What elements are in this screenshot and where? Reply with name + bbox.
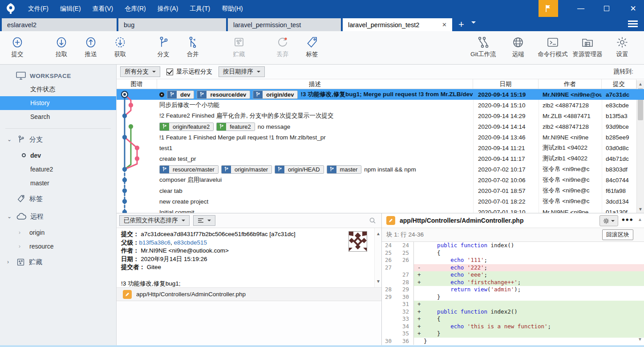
main-toolbar: 提交拉取推送获取分支合并贮藏丢弃标签 Git工作流远端命令行模式资源管理器设置	[0, 31, 644, 65]
feedback-flag-button[interactable]	[539, 0, 558, 17]
repo-tab-1[interactable]: bug	[118, 18, 226, 31]
menu-item-2[interactable]: 查看(V)	[87, 5, 119, 12]
commit-row[interactable]: origin/feature2feature2no message2020-09…	[117, 121, 644, 132]
commit-row[interactable]: resource/masterorigin/masterorigin/HEADm…	[117, 164, 644, 175]
scroll-up-icon[interactable]: ▲	[637, 82, 644, 86]
commit-hash-cell: 03d0d8c	[602, 143, 636, 153]
commit-row[interactable]: composer 启用laravelui2020-07-02 10:06张令帛 …	[117, 175, 644, 185]
commit-row[interactable]: 同步后修改一个小功能2020-09-14 15:10zlb2 <48874712…	[117, 100, 644, 110]
toolbar-merge-button[interactable]: 合并	[178, 31, 207, 64]
sidebar-item-文件状态[interactable]: 文件状态	[0, 82, 116, 96]
sidebar-origin[interactable]: ›origin	[0, 225, 116, 239]
menu-item-1[interactable]: 编辑(E)	[54, 5, 87, 12]
commit-row[interactable]: create test_pr2020-09-14 11:17测试zlb1 <94…	[117, 153, 644, 164]
toolbar-fetch-button[interactable]: 获取	[105, 31, 135, 64]
toolbar-settings-button[interactable]: 设置	[605, 31, 640, 64]
repo-tab-2[interactable]: laravel_permission_test	[228, 18, 341, 31]
menu-item-4[interactable]: 操作(A)	[152, 5, 184, 12]
menu-item-5[interactable]: 工具(T)	[184, 5, 216, 12]
sidebar-item-history[interactable]: History	[0, 96, 116, 110]
details-scrollbar[interactable]: ▲ ▼	[374, 228, 381, 287]
checkbox-checked-icon[interactable]	[166, 69, 173, 75]
sidebar-feature2[interactable]: feature2	[0, 162, 116, 176]
repo-tab-3[interactable]: laravel_permission_test2✕	[343, 18, 452, 31]
show-remote-checkbox-wrap[interactable]: 显示远程分支	[166, 68, 212, 76]
diff-options-button[interactable]	[599, 215, 618, 226]
column-header-4[interactable]: 提交	[602, 79, 636, 89]
sidebar-master[interactable]: master	[0, 176, 116, 190]
changed-file-row[interactable]: app/Http/Controllers/AdminController.php	[117, 288, 381, 301]
diff-line: 2829 return view('admin');	[382, 286, 644, 294]
commit-row[interactable]: Initial commit2020-07-01 18:10Mr.NI9NE <…	[117, 207, 644, 213]
sidebar-section-tag[interactable]: 标签	[0, 190, 116, 208]
new-line-number: 34	[397, 323, 414, 331]
parent-commit-link[interactable]: e83cbde515	[174, 239, 207, 246]
sidebar-dev[interactable]: dev	[0, 148, 116, 162]
commit-row[interactable]: !1 Feature 1 Finished Merge pull request…	[117, 132, 644, 143]
diff-more-button[interactable]: ●●●	[621, 216, 633, 223]
commit-row[interactable]: !2 Feature2 Finished 扁平化合并, 分支中的多次提交显示一次…	[117, 110, 644, 121]
scroll-up-icon[interactable]: ▲	[638, 217, 642, 222]
file-sort-dropdown[interactable]: 已依照文件状态排序	[119, 215, 190, 226]
sort-order-dropdown[interactable]: 按日期排序	[219, 66, 265, 77]
tab-close-icon[interactable]: ✕	[438, 21, 447, 28]
chevron-right-icon[interactable]: ›	[19, 243, 25, 249]
rollback-hunk-button[interactable]: 回滚区块	[602, 229, 633, 240]
repo-tab-0[interactable]: eslaravel2	[2, 18, 117, 31]
sidebar-item-search[interactable]: Search	[0, 110, 116, 124]
chevron-down-icon[interactable]: ⌄	[7, 136, 12, 143]
sidebar-section-branch[interactable]: ⌄分支	[0, 131, 116, 148]
chevron-down-icon[interactable]: ⌄	[7, 213, 12, 220]
diff-marker: +	[414, 330, 424, 338]
parent-commit-link[interactable]: b13f5a38c6	[139, 239, 171, 246]
chevron-down-icon	[257, 71, 260, 74]
commit-row[interactable]: devresource/devorigin/dev!3 功能修改,修复bug1;…	[117, 89, 644, 100]
toolbar-explorer-button[interactable]: 资源管理器	[570, 31, 605, 64]
field-label: 提交：	[121, 231, 139, 237]
commit-row[interactable]: test12020-09-14 11:21测试zlb1 <9402203d0d8…	[117, 143, 644, 153]
scroll-down-icon[interactable]: ▼	[638, 337, 642, 342]
new-line-number: 27	[397, 271, 414, 279]
commit-row[interactable]: clear tab2020-07-01 18:57张令帛 <ni9ne@cf61…	[117, 185, 644, 196]
search-icon[interactable]	[369, 217, 376, 224]
toolbar-push-button[interactable]: 推送	[76, 31, 105, 64]
sidebar-section-cloud[interactable]: ⌄远程	[0, 208, 116, 225]
branch-filter-dropdown[interactable]: 所有分支	[120, 66, 160, 77]
toolbar-tag-button[interactable]: 标签	[297, 31, 327, 64]
column-header-1[interactable]: 描述	[157, 79, 473, 89]
tab-list-dropdown[interactable]	[471, 21, 476, 26]
globe-icon	[511, 36, 525, 49]
column-header-3[interactable]: 作者	[539, 79, 602, 89]
toolbar-globe-button[interactable]: 远端	[501, 31, 535, 64]
menu-item-0[interactable]: 文件(F)	[22, 5, 54, 12]
toolbar-branch-button[interactable]: 分支	[149, 31, 178, 64]
field-value: Mr.NI9NE <ni9ne@outlook.com>	[139, 247, 229, 254]
toolbar-stash-button[interactable]: 贮藏	[224, 31, 254, 64]
close-button[interactable]: ✕	[622, 0, 644, 17]
toolbar-gitflow-button[interactable]: Git工作流	[466, 31, 501, 64]
new-line-number: 35	[397, 330, 414, 338]
diff-line: 35+ }	[382, 330, 644, 338]
view-options-dropdown[interactable]	[193, 215, 215, 226]
menu-item-6[interactable]: 帮助(H)	[216, 5, 248, 12]
diff-line: 32+ public function index2()	[382, 308, 644, 316]
toolbar-discard-button[interactable]: 丢弃	[268, 31, 297, 64]
column-header-2[interactable]: 日期	[473, 79, 539, 89]
scroll-up-icon[interactable]: ▲	[375, 230, 381, 238]
sidebar-section-stash[interactable]: ›贮藏	[0, 253, 116, 271]
toolbar-commit-button[interactable]: 提交	[3, 31, 32, 64]
chevron-right-icon[interactable]: ›	[7, 259, 12, 265]
chevron-right-icon[interactable]: ›	[19, 229, 25, 236]
new-tab-button[interactable]: +	[458, 19, 464, 30]
chevron-down-icon	[611, 220, 615, 224]
toolbar-terminal-button[interactable]: 命令行模式	[535, 31, 570, 64]
column-header-0[interactable]: 图谱	[117, 79, 157, 89]
sidebar-resource[interactable]: ›resource	[0, 239, 116, 253]
scroll-down-icon[interactable]: ▼	[375, 278, 381, 286]
minimize-button[interactable]: —	[571, 0, 591, 17]
toolbar-pull-button[interactable]: 拉取	[47, 31, 76, 64]
menu-item-3[interactable]: 仓库(R)	[119, 5, 151, 12]
tabbar-menu-button[interactable]	[628, 19, 638, 29]
commit-row[interactable]: new create project2020-07-01 18:22张令帛 <n…	[117, 196, 644, 207]
maximize-button[interactable]	[596, 0, 617, 17]
